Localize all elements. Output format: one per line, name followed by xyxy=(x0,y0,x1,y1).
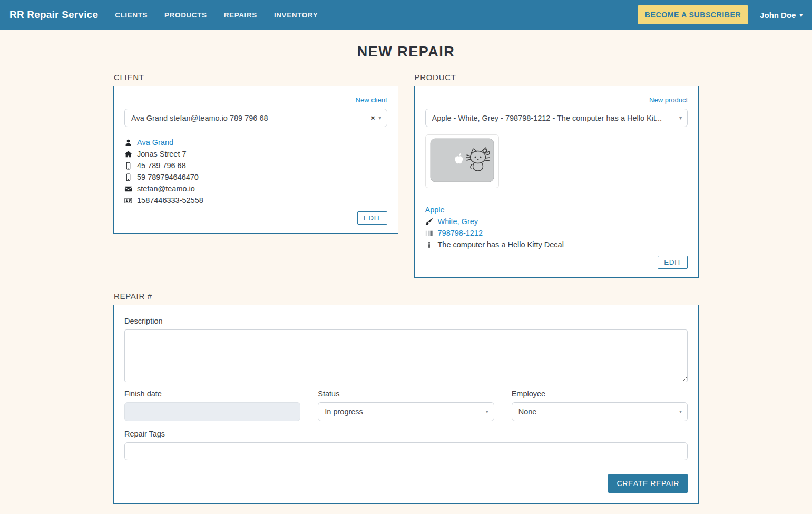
chevron-down-icon: ▾ xyxy=(799,12,803,18)
product-select-value: Apple - White, Grey - 798798-1212 - The … xyxy=(432,114,662,122)
status-select-value: In progress xyxy=(325,408,363,416)
client-phone-row: 59 789794646470 xyxy=(124,171,387,183)
product-photo xyxy=(428,137,496,183)
repair-section: REPAIR # Description Finish date Status … xyxy=(113,292,699,514)
product-section-label: PRODUCT xyxy=(415,73,699,82)
description-textarea[interactable] xyxy=(124,329,688,382)
navbar-right: BECOME A SUBSCRIBER John Doe ▾ xyxy=(638,5,803,24)
product-panel: New product Apple - White, Grey - 798798… xyxy=(414,86,699,278)
home-icon xyxy=(124,150,132,158)
repair-tags-input[interactable] xyxy=(124,442,688,460)
client-email: stefan@teamo.io xyxy=(137,183,195,195)
product-brand-row: Apple xyxy=(425,204,688,216)
navbar: RR Repair Service CLIENTS PRODUCTS REPAI… xyxy=(0,0,812,30)
product-note-row: The computer has a Hello Kitty Decal xyxy=(425,239,688,250)
user-name: John Doe xyxy=(760,11,796,20)
chevron-down-icon: ▾ xyxy=(378,115,381,121)
status-select[interactable]: In progress ▾ xyxy=(318,402,494,421)
employee-select[interactable]: None ▾ xyxy=(512,402,688,421)
chevron-down-icon: ▾ xyxy=(679,409,682,414)
become-subscriber-button[interactable]: BECOME A SUBSCRIBER xyxy=(638,5,748,24)
client-address: Jonas Street 7 xyxy=(137,148,187,160)
client-id-row: 1587446333-52558 xyxy=(124,195,387,206)
client-select[interactable]: Ava Grand stefan@teamo.io 789 796 68 × ▾ xyxy=(124,109,387,127)
nav-item-inventory[interactable]: INVENTORY xyxy=(274,11,318,19)
status-label: Status xyxy=(318,390,494,398)
employee-label: Employee xyxy=(512,390,688,398)
client-phone: 59 789794646470 xyxy=(137,171,199,183)
chevron-down-icon: ▾ xyxy=(486,409,488,414)
edit-product-button[interactable]: EDIT xyxy=(658,256,688,269)
id-card-icon xyxy=(124,197,132,205)
main-nav: CLIENTS PRODUCTS REPAIRS INVENTORY xyxy=(106,11,326,19)
client-name-row: Ava Grand xyxy=(124,137,387,148)
product-serial-row: 798798-1212 xyxy=(425,227,688,239)
finish-date-label: Finish date xyxy=(124,390,300,398)
nav-item-repairs[interactable]: REPAIRS xyxy=(224,11,257,19)
client-panel: New client Ava Grand stefan@teamo.io 789… xyxy=(113,86,398,234)
client-mobile: 45 789 796 68 xyxy=(137,160,186,171)
main-content: NEW REPAIR CLIENT New client Ava Grand s… xyxy=(113,44,699,514)
phone-icon xyxy=(124,173,132,181)
edit-client-button[interactable]: EDIT xyxy=(357,211,387,225)
client-section-label: CLIENT xyxy=(114,73,398,82)
info-icon xyxy=(425,241,433,249)
new-client-link[interactable]: New client xyxy=(356,96,387,104)
product-brand-link[interactable]: Apple xyxy=(425,204,445,216)
client-section: CLIENT New client Ava Grand stefan@teamo… xyxy=(113,73,398,234)
product-section: PRODUCT New product Apple - White, Grey … xyxy=(414,73,699,278)
employee-select-value: None xyxy=(518,408,537,416)
repair-tags-label: Repair Tags xyxy=(124,430,688,438)
product-colors-row: White, Grey xyxy=(425,216,688,227)
paintbrush-icon xyxy=(425,218,433,226)
repair-panel: Description Finish date Status In progre… xyxy=(113,305,699,504)
description-label: Description xyxy=(124,317,688,325)
product-serial-link[interactable]: 798798-1212 xyxy=(438,227,483,239)
product-colors-link[interactable]: White, Grey xyxy=(438,216,478,227)
page-title: NEW REPAIR xyxy=(113,44,699,60)
barcode-icon xyxy=(425,229,433,237)
person-icon xyxy=(124,139,132,147)
user-menu[interactable]: John Doe ▾ xyxy=(760,11,803,20)
new-product-link[interactable]: New product xyxy=(649,96,688,104)
client-address-row: Jonas Street 7 xyxy=(124,148,387,160)
client-mobile-row: 45 789 796 68 xyxy=(124,160,387,171)
clear-icon[interactable]: × xyxy=(371,114,375,121)
nav-item-clients[interactable]: CLIENTS xyxy=(115,11,148,19)
client-select-value: Ava Grand stefan@teamo.io 789 796 68 xyxy=(131,114,268,122)
nav-item-products[interactable]: PRODUCTS xyxy=(164,11,207,19)
finish-date-input[interactable] xyxy=(124,402,300,421)
client-details: Ava Grand Jonas Street 7 45 789 796 68 5… xyxy=(124,137,387,206)
mobile-phone-icon xyxy=(124,162,132,170)
product-photo-card xyxy=(425,134,499,188)
chevron-down-icon: ▾ xyxy=(679,115,682,121)
product-details: Apple White, Grey 798798-1212 The comput… xyxy=(425,204,688,250)
envelope-icon xyxy=(124,185,132,193)
product-select[interactable]: Apple - White, Grey - 798798-1212 - The … xyxy=(425,109,688,127)
client-id-number: 1587446333-52558 xyxy=(137,195,203,206)
create-repair-button[interactable]: CREATE REPAIR xyxy=(608,474,688,493)
client-email-row: stefan@teamo.io xyxy=(124,183,387,195)
product-note: The computer has a Hello Kitty Decal xyxy=(438,239,564,250)
client-name-link[interactable]: Ava Grand xyxy=(137,137,173,148)
repair-section-label: REPAIR # xyxy=(114,292,699,300)
app-brand[interactable]: RR Repair Service xyxy=(9,9,98,21)
